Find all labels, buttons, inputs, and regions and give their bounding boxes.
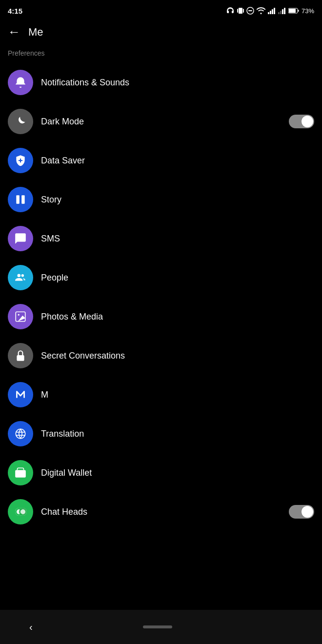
status-time: 4:15	[8, 7, 22, 15]
svg-rect-7	[272, 9, 273, 14]
digital-wallet-label: Digital Wallet	[41, 468, 314, 478]
settings-item-translation[interactable]: Translation	[0, 414, 322, 453]
settings-item-notifications[interactable]: Notifications & Sounds	[0, 63, 322, 102]
svg-point-29	[22, 473, 24, 475]
sms-label: SMS	[41, 234, 314, 244]
svg-point-25	[16, 429, 25, 439]
settings-item-dark-mode[interactable]: Dark Mode	[0, 102, 322, 141]
section-label: Preferences	[0, 47, 322, 63]
svg-rect-11	[282, 9, 283, 14]
story-label: Story	[41, 195, 314, 205]
signal-icon	[268, 7, 276, 14]
dnd-icon	[246, 7, 254, 15]
svg-point-35	[20, 509, 25, 514]
svg-point-21	[21, 274, 24, 277]
svg-rect-1	[237, 9, 238, 13]
svg-point-23	[18, 314, 20, 316]
home-indicator[interactable]	[143, 625, 172, 628]
settings-item-data-saver[interactable]: Data Saver	[0, 141, 322, 180]
settings-item-digital-wallet[interactable]: Digital Wallet	[0, 453, 322, 492]
settings-item-story[interactable]: Story	[0, 180, 322, 219]
svg-rect-24	[17, 355, 24, 361]
headphones-icon	[226, 7, 235, 15]
bottom-nav: ‹	[0, 610, 322, 644]
sms-icon	[8, 226, 33, 251]
chat-heads-toggle[interactable]	[289, 505, 314, 519]
svg-rect-2	[243, 9, 244, 13]
status-icons: 73%	[226, 7, 314, 15]
svg-rect-15	[298, 10, 299, 12]
back-button[interactable]: ←	[8, 24, 20, 40]
chat-heads-icon	[8, 499, 33, 524]
svg-rect-18	[16, 195, 20, 203]
notifications-icon	[8, 70, 33, 95]
svg-rect-17	[20, 159, 21, 163]
dark-mode-toggle[interactable]	[289, 115, 314, 128]
story-icon	[8, 187, 33, 212]
chat-heads-label: Chat Heads	[41, 507, 281, 517]
settings-item-secret-conversations[interactable]: Secret Conversations	[0, 336, 322, 375]
svg-rect-10	[280, 11, 282, 14]
svg-rect-4	[248, 10, 252, 11]
m-label: M	[41, 390, 314, 400]
data-saver-icon	[8, 148, 33, 173]
people-label: People	[41, 273, 314, 283]
secret-conversations-label: Secret Conversations	[41, 351, 314, 361]
people-icon	[8, 265, 33, 290]
svg-rect-0	[239, 8, 242, 14]
data-saver-label: Data Saver	[41, 156, 314, 166]
secret-conversations-icon	[8, 343, 33, 368]
translation-icon	[8, 421, 33, 446]
svg-rect-14	[289, 9, 296, 13]
notifications-label: Notifications & Sounds	[41, 78, 314, 88]
photos-media-label: Photos & Media	[41, 312, 314, 322]
settings-item-chat-heads[interactable]: Chat Heads	[0, 492, 322, 531]
battery-percent: 73%	[302, 7, 314, 15]
svg-rect-19	[21, 195, 24, 203]
svg-rect-6	[270, 11, 271, 14]
settings-item-m[interactable]: M	[0, 375, 322, 414]
status-bar: 4:15	[0, 0, 322, 20]
m-icon	[8, 382, 33, 407]
svg-rect-9	[278, 12, 280, 14]
settings-item-photos-media[interactable]: Photos & Media	[0, 297, 322, 336]
lte-signal-icon	[278, 7, 286, 14]
dark-mode-label: Dark Mode	[41, 117, 281, 127]
svg-rect-5	[268, 12, 269, 14]
settings-item-sms[interactable]: SMS	[0, 219, 322, 258]
photos-media-icon	[8, 304, 33, 329]
dark-mode-icon	[8, 109, 33, 134]
nav-back-button[interactable]: ‹	[29, 622, 33, 633]
svg-rect-12	[284, 8, 285, 14]
battery-icon	[288, 8, 299, 14]
svg-point-20	[18, 274, 21, 277]
svg-rect-8	[274, 8, 275, 14]
header: ← Me	[0, 20, 322, 47]
settings-item-people[interactable]: People	[0, 258, 322, 297]
page-title: Me	[28, 26, 43, 39]
settings-list: Notifications & Sounds Dark Mode Data Sa…	[0, 63, 322, 610]
translation-label: Translation	[41, 429, 314, 439]
wifi-icon	[257, 7, 265, 14]
vibrate-icon	[237, 7, 244, 15]
digital-wallet-icon	[8, 460, 33, 485]
svg-rect-28	[15, 470, 26, 478]
